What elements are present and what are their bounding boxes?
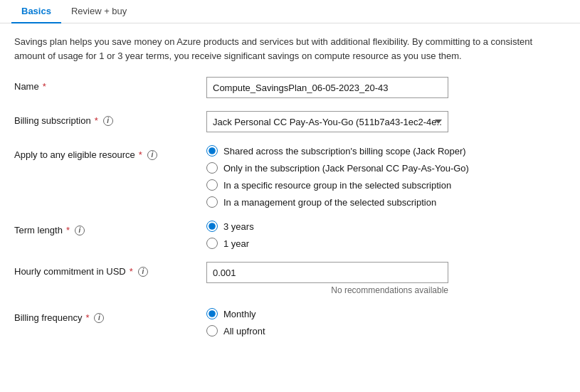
name-label: Name * — [14, 77, 206, 92]
billing-subscription-info-icon[interactable]: i — [103, 116, 113, 126]
term-length-option-1year[interactable]: 1 year — [206, 238, 566, 249]
apply-resource-required: * — [139, 149, 142, 160]
term-length-required: * — [66, 225, 70, 235]
tabs-container: Basics Review + buy — [0, 0, 580, 23]
billing-frequency-label: Billing frequency * i — [14, 308, 206, 323]
page-content: Savings plan helps you save money on Azu… — [0, 23, 580, 361]
tab-review-buy[interactable]: Review + buy — [61, 0, 137, 23]
billing-subscription-control: Jack Personal CC Pay-As-You-Go (511b7a43… — [206, 111, 566, 132]
billing-subscription-select[interactable]: Jack Personal CC Pay-As-You-Go (511b7a43… — [206, 111, 448, 132]
hourly-commitment-label: Hourly commitment in USD * i — [14, 262, 206, 277]
hourly-commitment-info-icon[interactable]: i — [138, 267, 148, 277]
apply-resource-option-management-group[interactable]: In a management group of the selected su… — [206, 196, 566, 208]
hourly-commitment-input[interactable] — [206, 262, 448, 283]
hourly-commitment-wrapper: No recommendations available — [206, 262, 566, 295]
term-length-info-icon[interactable]: i — [75, 226, 85, 235]
tab-basics[interactable]: Basics — [11, 0, 61, 23]
billing-frequency-option-all-upfront[interactable]: All upfront — [206, 325, 566, 337]
billing-frequency-row: Billing frequency * i Monthly All upfron… — [14, 308, 566, 337]
billing-frequency-info-icon[interactable]: i — [94, 313, 104, 323]
apply-resource-label: Apply to any eligible resource * i — [14, 145, 206, 160]
term-length-label: Term length * i — [14, 221, 206, 235]
apply-resource-option-subscription[interactable]: Only in the subscription (Jack Personal … — [206, 162, 566, 174]
term-length-control: 3 years 1 year — [206, 221, 566, 249]
apply-resource-radio-group: Shared across the subscription's billing… — [206, 145, 566, 208]
hourly-commitment-control: No recommendations available — [206, 262, 566, 295]
term-length-radio-group: 3 years 1 year — [206, 221, 566, 249]
name-input[interactable] — [206, 77, 448, 98]
apply-resource-option-shared[interactable]: Shared across the subscription's billing… — [206, 145, 566, 157]
apply-resource-info-icon[interactable]: i — [147, 150, 157, 160]
billing-frequency-control: Monthly All upfront — [206, 308, 566, 337]
billing-subscription-required: * — [95, 115, 98, 126]
term-length-option-3years[interactable]: 3 years — [206, 221, 566, 232]
page-description: Savings plan helps you save money on Azu… — [14, 35, 566, 63]
hourly-commitment-required: * — [130, 266, 133, 277]
hourly-commitment-row: Hourly commitment in USD * i No recommen… — [14, 262, 566, 295]
billing-frequency-required: * — [85, 312, 89, 323]
billing-subscription-row: Billing subscription * i Jack Personal C… — [14, 111, 566, 132]
no-recommendations-text: No recommendations available — [206, 285, 448, 295]
apply-resource-row: Apply to any eligible resource * i Share… — [14, 145, 566, 208]
apply-resource-control: Shared across the subscription's billing… — [206, 145, 566, 208]
term-length-row: Term length * i 3 years 1 year — [14, 221, 566, 249]
billing-subscription-label: Billing subscription * i — [14, 111, 206, 126]
name-row: Name * — [14, 77, 566, 98]
billing-frequency-option-monthly[interactable]: Monthly — [206, 308, 566, 319]
billing-frequency-radio-group: Monthly All upfront — [206, 308, 566, 337]
name-control — [206, 77, 566, 98]
apply-resource-option-resource-group[interactable]: In a specific resource group in the sele… — [206, 179, 566, 191]
name-required-asterisk: * — [43, 81, 46, 92]
